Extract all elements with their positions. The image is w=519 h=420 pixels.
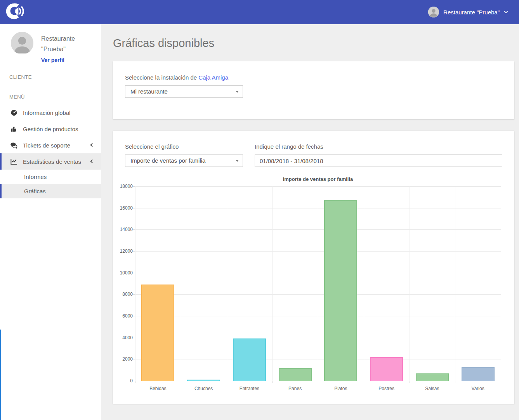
caja-amiga-link[interactable]: Caja Amiga — [198, 74, 228, 81]
app-logo[interactable] — [4, 2, 24, 22]
chart-plot — [135, 186, 501, 381]
date-range-input[interactable] — [255, 154, 502, 167]
sidebar: Restaurante "Prueba" Ver perfil CLIENTE … — [0, 24, 101, 420]
left-edge-strip — [0, 330, 1, 420]
y-tick-label: 16000 — [120, 206, 133, 210]
graph-select[interactable]: Importe de ventas por familia — [125, 154, 243, 167]
gridline — [410, 186, 410, 381]
chart-x-labels: BebidasChuchesEntrantesPanesPlatosPostre… — [135, 386, 501, 392]
profile-block: Restaurante "Prueba" Ver perfil — [0, 24, 101, 64]
y-tick-label: 8000 — [120, 292, 133, 297]
thumbs-up-icon — [10, 125, 18, 133]
sidebar-item-informacion-global[interactable]: Información global — [0, 104, 101, 121]
chart-card: Seleccione el gráfico Importe de ventas … — [113, 131, 514, 404]
bar-bebidas — [141, 285, 174, 381]
bar-postres — [370, 357, 403, 381]
speaker-logo-icon — [4, 1, 24, 23]
gridline — [135, 381, 501, 381]
chevron-left-icon — [90, 143, 94, 147]
chart-title: Importe de ventas por familia — [135, 176, 501, 182]
x-tick-label: Entrantes — [227, 386, 273, 391]
view-profile-link[interactable]: Ver perfil — [41, 57, 64, 63]
date-range-label: Indique el rango de fechas — [255, 143, 502, 150]
installation-label: Seleccione la instalación de Caja Amiga — [125, 74, 502, 81]
x-tick-mark — [501, 381, 501, 383]
sidebar-item-label: Gráficas — [24, 188, 46, 194]
user-avatar — [428, 7, 439, 17]
main-content: Gráficas disponibles Seleccione la insta… — [101, 24, 519, 420]
dashboard-icon — [10, 109, 18, 116]
section-label-cliente: CLIENTE — [0, 74, 101, 80]
gridline — [181, 186, 181, 381]
y-tick-label: 14000 — [120, 227, 133, 232]
graph-select-label: Seleccione el gráfico — [125, 143, 243, 150]
x-tick-label: Platos — [318, 386, 364, 391]
sidebar-item-label: Informes — [24, 174, 47, 180]
caret-down-icon — [236, 160, 239, 162]
sidebar-item-informes[interactable]: Informes — [0, 170, 101, 184]
sidebar-item-tickets-de-soporte[interactable]: Tickets de soporte — [0, 137, 101, 153]
sidebar-menu: Información global Gestión de productos … — [0, 104, 101, 198]
gridline — [501, 186, 501, 381]
y-tick-label: 6000 — [120, 314, 133, 318]
gridline — [318, 186, 318, 381]
chevron-left-icon — [90, 160, 94, 163]
bar-salsas — [416, 373, 449, 381]
y-tick-label: 10000 — [120, 271, 133, 275]
sidebar-item-gestion-de-productos[interactable]: Gestión de productos — [0, 121, 101, 137]
gridline — [272, 186, 273, 381]
y-tick-label: 12000 — [120, 249, 133, 253]
page-title: Gráficas disponibles — [113, 37, 514, 50]
user-menu[interactable]: Restaurante "Prueba" — [428, 7, 507, 17]
y-tick-label: 0 — [120, 378, 133, 383]
installation-select[interactable]: Mi restaurante — [125, 85, 243, 98]
profile-name: Restaurante "Prueba" — [41, 33, 75, 54]
gridline — [227, 186, 227, 381]
chevron-down-icon — [504, 9, 508, 13]
bar-platos — [324, 200, 357, 381]
gridline — [364, 186, 364, 381]
x-tick-label: Salsas — [410, 386, 455, 391]
user-menu-label: Restaurante "Prueba" — [443, 9, 500, 16]
graph-select-value: Importe de ventas por familia — [130, 157, 205, 164]
sidebar-item-estadisticas-de-ventas[interactable]: Estadísticas de ventas — [0, 153, 101, 170]
section-label-menu: MENÚ — [0, 94, 101, 100]
y-tick-label: 4000 — [120, 335, 133, 340]
x-tick-label: Varios — [455, 386, 501, 391]
sidebar-item-label: Tickets de soporte — [23, 142, 70, 149]
installation-card: Seleccione la instalación de Caja Amiga … — [113, 61, 514, 119]
profile-avatar — [11, 32, 33, 54]
gridline — [455, 186, 455, 381]
installation-select-value: Mi restaurante — [130, 88, 168, 95]
bar-varios — [462, 367, 495, 381]
caret-down-icon — [236, 91, 239, 93]
chart-y-labels: 0200040006000800010000120001400016000180… — [120, 186, 133, 381]
gridline — [135, 186, 135, 381]
bar-panes — [279, 368, 312, 381]
x-tick-label: Panes — [272, 386, 318, 391]
sidebar-item-graficas[interactable]: Gráficas — [0, 184, 101, 198]
sidebar-item-label: Estadísticas de ventas — [23, 158, 81, 165]
sidebar-item-label: Gestión de productos — [23, 126, 78, 132]
sidebar-item-label: Información global — [23, 109, 71, 116]
top-bar: Restaurante "Prueba" — [0, 0, 519, 24]
bar-chart: Importe de ventas por familia 0200040006… — [120, 176, 502, 394]
x-tick-label: Bebidas — [135, 386, 181, 391]
line-chart-icon — [10, 158, 18, 165]
x-tick-label: Chuches — [181, 386, 227, 391]
comments-icon — [10, 142, 18, 149]
y-tick-label: 2000 — [120, 357, 133, 361]
y-tick-label: 18000 — [120, 184, 133, 189]
x-tick-label: Postres — [364, 386, 410, 391]
bar-entrantes — [233, 338, 266, 381]
